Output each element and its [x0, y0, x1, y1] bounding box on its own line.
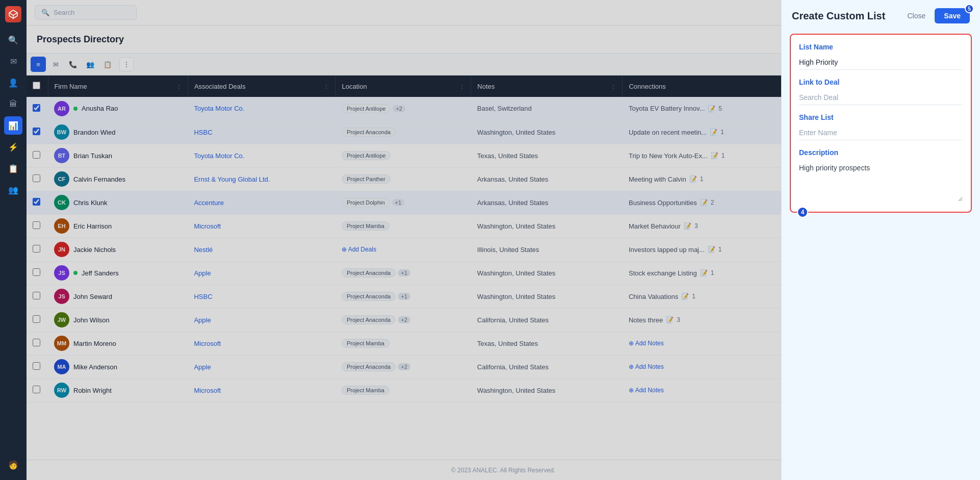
sidebar-item-team[interactable]: 👥 [4, 181, 22, 199]
sidebar-item-lists[interactable]: 📋 [4, 159, 22, 178]
share-list-label: Share List [799, 113, 963, 121]
sidebar-item-mail[interactable]: ✉ [4, 52, 22, 70]
sidebar-item-user[interactable]: 🧑 [4, 456, 22, 474]
close-panel-button[interactable]: Close [904, 10, 930, 22]
panel-header: Create Custom List Close Save 5 [782, 0, 980, 32]
description-label: Description [799, 148, 963, 157]
list-name-label: List Name [799, 43, 963, 51]
description-textarea[interactable]: High priority prospects [799, 161, 963, 201]
search-deal-input[interactable] [799, 90, 963, 105]
panel-header-right: Close Save 5 [904, 8, 970, 23]
sidebar-item-dashboard[interactable]: 📊 [4, 116, 22, 135]
save-badge: 5 [965, 4, 974, 13]
create-custom-list-panel: Create Custom List Close Save 5 List Nam… [781, 0, 980, 480]
sidebar-item-activity[interactable]: ⚡ [4, 138, 22, 156]
sidebar-item-search[interactable]: 🔍 [4, 31, 22, 49]
panel-body: List Name Link to Deal Share List Descri… [782, 32, 980, 480]
sidebar-item-bank[interactable]: 🏛 [4, 95, 22, 113]
enter-name-input[interactable] [799, 125, 963, 140]
link-to-deal-label: Link to Deal [799, 78, 963, 86]
sidebar: 🔍 ✉ 👤 🏛 📊 ⚡ 📋 👥 🧑 [0, 0, 27, 480]
panel-title: Create Custom List [792, 10, 885, 22]
save-button[interactable]: Save 5 [935, 8, 970, 23]
list-name-input[interactable] [799, 55, 963, 70]
app-logo [5, 6, 21, 22]
form-section-main: List Name Link to Deal Share List Descri… [790, 34, 972, 213]
step-badge: 4 [797, 207, 808, 218]
sidebar-item-contacts[interactable]: 👤 [4, 73, 22, 92]
